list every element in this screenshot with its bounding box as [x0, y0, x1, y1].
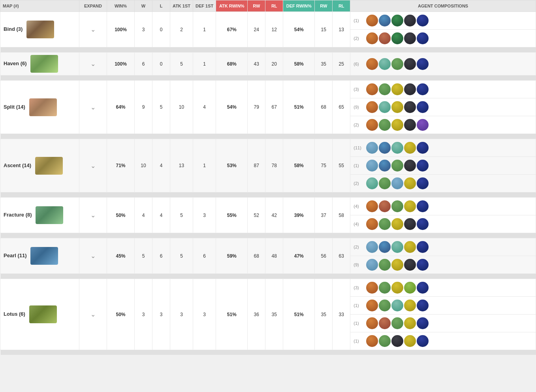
header-row: MAP (#) EXPAND WIN% W L ATK 1ST DEF 1ST … — [0, 0, 536, 12]
atk-rl-cell: 42 — [265, 198, 283, 233]
map-thumbnail — [26, 21, 54, 38]
agent-icon — [391, 83, 403, 95]
comp-count: (3) — [354, 87, 365, 92]
agent-icon — [379, 177, 391, 189]
l-cell: 6 — [152, 238, 170, 274]
map-name-cell: Bind (3) — [0, 12, 79, 47]
atk-1st-cell: 2 — [170, 12, 193, 47]
expand-cell[interactable]: ⌄ — [79, 238, 107, 274]
expand-icon[interactable]: ⌄ — [90, 162, 96, 169]
expand-icon[interactable]: ⌄ — [90, 311, 96, 318]
agent-icon — [379, 218, 391, 230]
comp-cell-0: (4) — [350, 198, 536, 215]
agent-icon — [417, 119, 429, 131]
agent-icon — [379, 335, 391, 347]
agent-icons — [366, 259, 429, 271]
comp-count: (2) — [354, 181, 365, 186]
agent-icon — [417, 83, 429, 95]
agent-icons — [366, 119, 429, 131]
w-cell: 10 — [135, 139, 152, 192]
comp-row: (2) — [354, 177, 532, 189]
table-header: MAP (#) EXPAND WIN% W L ATK 1ST DEF 1ST … — [0, 0, 536, 12]
win-pct-cell: 64% — [107, 81, 135, 134]
agent-icon — [417, 200, 429, 212]
agent-icon — [366, 282, 378, 294]
agent-icon — [404, 200, 416, 212]
map-name-cell: Split (14) — [0, 81, 79, 134]
def-rw-cell: 37 — [315, 198, 333, 233]
expand-icon[interactable]: ⌄ — [90, 60, 96, 67]
w-cell: 4 — [135, 198, 152, 233]
expand-icon[interactable]: ⌄ — [90, 253, 96, 259]
agent-icon — [391, 241, 403, 253]
agent-icon — [404, 142, 416, 154]
def-1st-cell: 3 — [193, 198, 216, 233]
agent-icon — [391, 282, 403, 294]
def-rw-cell: 56 — [315, 238, 333, 274]
expand-cell[interactable]: ⌄ — [79, 198, 107, 233]
agent-icon — [379, 83, 391, 95]
comp-count: (9) — [354, 105, 365, 109]
agent-icon — [417, 58, 429, 70]
table-row: Pearl (11) ⌄ 45% 5 6 5 6 59% 68 48 47% 5… — [0, 238, 536, 256]
win-pct-cell: 45% — [107, 238, 135, 274]
col-def-rl: RL — [333, 0, 350, 12]
atk-rwin-cell: 51% — [216, 279, 248, 350]
win-pct-cell: 100% — [107, 12, 135, 47]
col-w: W — [135, 0, 152, 12]
atk-rl-cell: 35 — [265, 279, 283, 350]
comp-count: (2) — [354, 245, 365, 249]
agent-icon — [366, 58, 378, 70]
agent-icon — [379, 160, 391, 172]
agent-icons — [366, 241, 429, 253]
expand-icon[interactable]: ⌄ — [90, 104, 96, 111]
def-rl-cell: 58 — [333, 198, 350, 233]
agent-icon — [366, 142, 378, 154]
w-cell: 3 — [135, 279, 152, 350]
agent-icon — [379, 58, 391, 70]
comp-cell-2: (2) — [350, 175, 536, 192]
agent-icon — [417, 15, 429, 26]
comp-count: (3) — [354, 285, 365, 290]
agent-icon — [379, 241, 391, 253]
def-rwin-cell: 51% — [283, 81, 315, 134]
agent-icon — [404, 101, 416, 113]
def-rwin-cell: 47% — [283, 238, 315, 274]
expand-cell[interactable]: ⌄ — [79, 12, 107, 47]
def-rl-cell: 25 — [333, 53, 350, 75]
agent-icons — [366, 32, 429, 44]
agent-icon — [391, 177, 403, 189]
expand-icon[interactable]: ⌄ — [90, 26, 96, 33]
comp-cell-0: (1) — [350, 12, 536, 30]
comp-cell-0: (2) — [350, 238, 536, 256]
agent-icons — [366, 83, 429, 95]
agent-icon — [366, 259, 378, 271]
comp-row: (3) — [354, 83, 532, 95]
map-thumbnail — [29, 98, 57, 116]
agent-icon — [366, 177, 378, 189]
col-win-pct: WIN% — [107, 0, 135, 12]
def-1st-cell: 6 — [193, 238, 216, 274]
atk-rwin-cell: 67% — [216, 12, 248, 47]
atk-rw-cell: 87 — [248, 139, 265, 192]
agent-icon — [379, 15, 391, 26]
comp-cell-2: (1) — [350, 315, 536, 332]
expand-cell[interactable]: ⌄ — [79, 279, 107, 350]
agent-icon — [417, 241, 429, 253]
comp-count: (1) — [354, 18, 365, 23]
expand-cell[interactable]: ⌄ — [79, 53, 107, 75]
agent-icon — [391, 15, 403, 26]
comp-cell-1: (1) — [350, 157, 536, 175]
expand-icon[interactable]: ⌄ — [90, 212, 96, 219]
map-name-cell: Ascent (14) — [0, 139, 79, 192]
w-cell: 3 — [135, 12, 152, 47]
stats-table: MAP (#) EXPAND WIN% W L ATK 1ST DEF 1ST … — [0, 0, 536, 355]
agent-icon — [366, 160, 378, 172]
expand-cell[interactable]: ⌄ — [79, 139, 107, 192]
comp-row: (1) — [354, 300, 532, 311]
agent-icon — [379, 317, 391, 329]
agent-icon — [404, 259, 416, 271]
l-cell: 0 — [152, 53, 170, 75]
expand-cell[interactable]: ⌄ — [79, 81, 107, 134]
agent-icon — [417, 317, 429, 329]
